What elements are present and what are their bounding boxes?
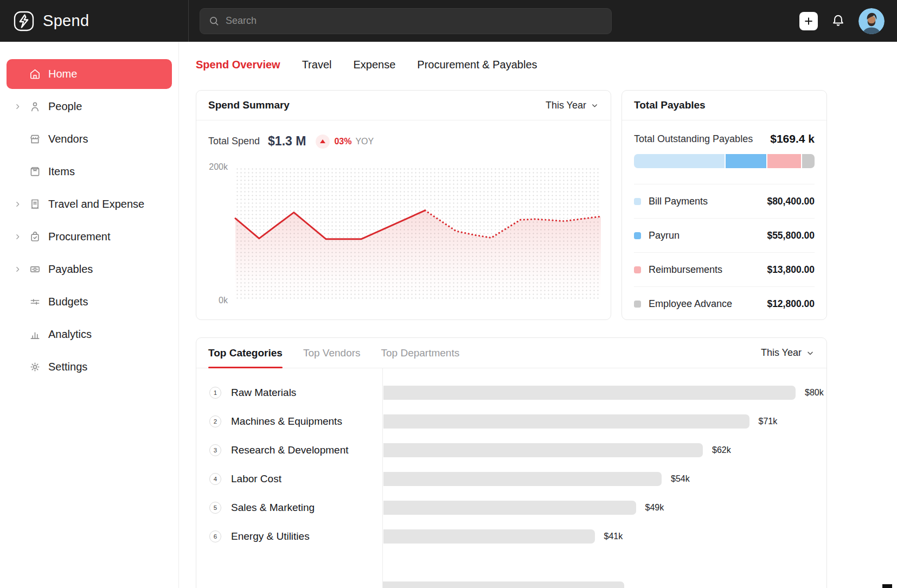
brand-name: Spend [43, 12, 89, 30]
tab-top-vendors[interactable]: Top Vendors [303, 338, 361, 368]
search-bar[interactable] [200, 8, 612, 34]
total-payables-card: Total Payables Total Outstanding Payable… [622, 90, 827, 320]
rank-badge: 4 [209, 473, 221, 485]
category-label: Research & Development [231, 444, 349, 456]
spend-line-chart: 200k 0k [207, 167, 601, 301]
bar-value-label: $62k [712, 445, 731, 455]
payables-row: Payrun $55,800.00 [634, 218, 815, 252]
payables-row-label: Bill Payments [649, 196, 708, 207]
tab-top-departments[interactable]: Top Departments [381, 338, 460, 368]
stacked-bar-segment-bill-payments [634, 154, 725, 168]
card-title: Total Payables [634, 99, 706, 111]
chevron-right-icon [14, 201, 28, 208]
bar-value-label: $54k [671, 474, 690, 484]
sidebar-item-travel-and-expense[interactable]: Travel and Expense [7, 189, 172, 219]
bar-value-label: $49k [645, 503, 664, 513]
sidebar-item-budgets[interactable]: Budgets [7, 287, 172, 317]
rank-badge: 5 [209, 502, 221, 514]
bar-value-label: $80k [805, 388, 824, 398]
rank-badge: 3 [209, 444, 221, 456]
category-label: Labor Cost [231, 473, 281, 485]
payables-row-label: Payrun [649, 230, 680, 241]
sidebar-item-label: Analytics [48, 328, 92, 341]
avatar[interactable] [858, 8, 885, 34]
payables-row-value: $12,800.00 [767, 298, 815, 310]
total-payables-header: Total Payables [622, 91, 826, 120]
chevron-down-icon [591, 101, 599, 110]
category-bar [383, 386, 796, 400]
sidebar-item-payables[interactable]: Payables [7, 254, 172, 284]
top-breakdown-card: Top CategoriesTop VendorsTop Departments… [196, 337, 827, 588]
chevron-right-icon [14, 103, 28, 110]
card-title: Spend Summary [208, 99, 290, 111]
add-button[interactable] [799, 12, 818, 30]
legend-chip [634, 266, 641, 273]
rank-badge: 2 [209, 416, 221, 427]
partial-next-bar [383, 581, 624, 588]
spend-summary-card: Spend Summary This Year Total Spend $1.3… [196, 90, 611, 320]
sidebar-item-vendors[interactable]: Vendors [7, 124, 172, 154]
sidebar-item-label: Travel and Expense [48, 198, 144, 210]
legend-chip [634, 198, 641, 205]
category-bar [383, 472, 662, 486]
bar-row: $71k [383, 407, 826, 436]
search-icon [208, 15, 220, 27]
sidebar-item-procurement[interactable]: Procurement [7, 222, 172, 252]
sidebar-item-home[interactable]: Home [7, 59, 172, 89]
search-input[interactable] [226, 15, 603, 27]
category-row: 2 Machines & Equipments [196, 407, 382, 436]
category-bar-chart: $80k $71k $62k $54k $49k $41k [383, 368, 826, 588]
bar-row: $62k [383, 436, 826, 464]
notifications-button[interactable] [831, 14, 845, 28]
tab-procurement-payables[interactable]: Procurement & Payables [417, 59, 537, 71]
sidebar-item-items[interactable]: Items [7, 157, 172, 187]
sidebar-item-label: Procurement [48, 231, 111, 243]
payables-stacked-bar [634, 154, 815, 168]
sidebar-item-settings[interactable]: Settings [7, 352, 172, 382]
payables-row-value: $80,400.00 [767, 196, 815, 207]
chevron-down-icon [806, 349, 815, 357]
topbar-actions [799, 8, 897, 34]
tab-spend-overview[interactable]: Spend Overview [196, 59, 280, 71]
spend-summary-header: Spend Summary This Year [196, 91, 611, 120]
payables-row: Reimbursements $13,800.00 [634, 252, 815, 286]
period-label: This Year [761, 347, 802, 359]
sidebar-item-people[interactable]: People [7, 92, 172, 122]
yoy-delta: 03% [334, 137, 351, 146]
category-label: Sales & Marketing [231, 502, 315, 514]
outstanding-row: Total Outstanding Payables $169.4 k [622, 120, 826, 145]
sidebar-item-analytics[interactable]: Analytics [7, 319, 172, 349]
home-icon [28, 68, 41, 80]
y-axis-label-max: 200k [207, 162, 228, 172]
total-spend-label: Total Spend [208, 136, 260, 147]
tab-travel[interactable]: Travel [302, 59, 332, 71]
main-content: Spend OverviewTravelExpenseProcurement &… [180, 42, 897, 588]
plus-icon [803, 16, 814, 27]
bag-icon [28, 231, 41, 243]
legend-chip [634, 232, 641, 239]
period-label: This Year [546, 100, 586, 111]
outstanding-value: $169.4 k [770, 132, 815, 145]
sidebar-item-label: Payables [48, 263, 93, 276]
sidebar-item-label: People [48, 100, 82, 113]
bar-row: $54k [383, 464, 826, 493]
chart-icon [28, 328, 41, 341]
receipt-icon [28, 198, 41, 210]
category-bar [383, 414, 749, 429]
sliders-icon [28, 296, 41, 308]
category-bar [383, 529, 595, 544]
category-label: Energy & Utilities [231, 531, 310, 542]
period-selector[interactable]: This Year [546, 100, 599, 111]
period-selector[interactable]: This Year [761, 347, 815, 359]
people-icon [28, 100, 41, 113]
brand: Spend [0, 10, 179, 32]
brand-logo-icon [13, 10, 35, 32]
sidebar: Home People Vendors Items Travel and Exp… [0, 42, 179, 588]
triangle-up-icon [320, 139, 325, 143]
tab-expense[interactable]: Expense [353, 59, 395, 71]
spend-line-plot [235, 167, 601, 301]
category-row: 5 Sales & Marketing [196, 493, 382, 522]
payables-row-label: Reimbursements [649, 264, 722, 276]
sidebar-item-label: Budgets [48, 296, 88, 308]
tab-top-categories[interactable]: Top Categories [208, 338, 283, 368]
